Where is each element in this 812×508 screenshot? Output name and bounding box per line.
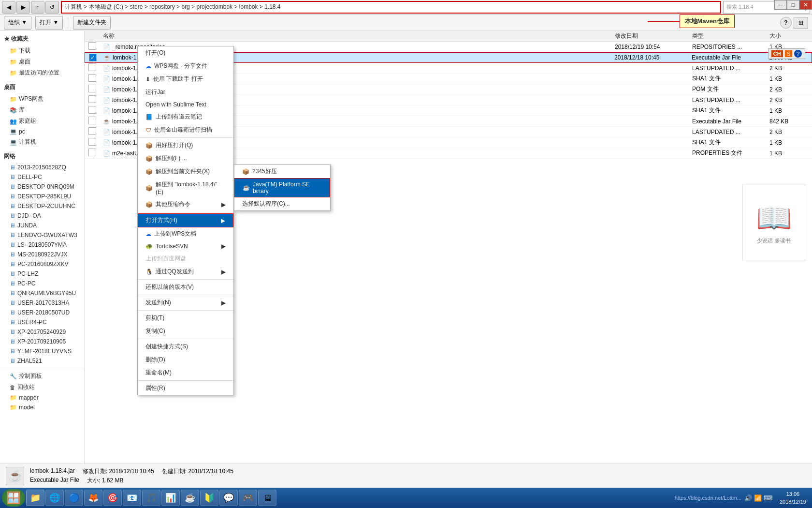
forward-button[interactable]: ▶ <box>16 1 30 14</box>
sidebar-item-net20[interactable]: 🖥YLMF-2018EUYVNS <box>0 346 84 356</box>
ctx-wps-share[interactable]: ☁WPS网盘 - 分享文件 <box>138 60 233 73</box>
sidebar-item-net11[interactable]: 🖥PC-20160809ZXKV <box>0 259 84 269</box>
sidebar-item-library[interactable]: 📚 库 <box>0 105 84 116</box>
ctx-youdao[interactable]: 📘上传到有道云笔记 <box>138 110 233 123</box>
ctx-good-zip-open[interactable]: 📦用好压打开(Q) <box>138 139 233 152</box>
sidebar-item-recent[interactable]: 📁 最近访问的位置 <box>0 67 84 78</box>
sidebar-item-net18[interactable]: 🖥XP-201705240929 <box>0 327 84 337</box>
row-checkbox[interactable] <box>88 149 96 156</box>
taskbar-item-chrome[interactable]: 🌐 <box>45 490 64 506</box>
ctx-restore[interactable]: 还原以前的版本(V) <box>138 281 233 294</box>
sidebar-network-header[interactable]: 网络 <box>0 150 84 163</box>
organize-button[interactable]: 组织 ▼ <box>4 16 31 30</box>
sidebar-item-net6[interactable]: 🖥DJD--OA <box>0 211 84 221</box>
sidebar-item-recycle[interactable]: 🗑回收站 <box>0 382 84 393</box>
row-checkbox[interactable] <box>88 74 96 82</box>
taskbar-item-monitor[interactable]: 🖥 <box>258 490 276 506</box>
sidebar-item-net12[interactable]: 🖥PC-LHZ <box>0 269 84 279</box>
ctx-cut[interactable]: 剪切(T) <box>138 312 233 325</box>
sidebar-item-control[interactable]: 🔧控制面板 <box>0 371 84 382</box>
ctx-download-open[interactable]: ⬇使用 下载助手 打开 <box>138 73 233 86</box>
ctx-qq-send[interactable]: 🐧通过QQ发送到▶ <box>138 265 233 278</box>
taskbar-item-app6[interactable]: 🔰 <box>200 490 218 506</box>
sidebar-item-net2[interactable]: 🖥DELL-PC <box>0 172 84 182</box>
taskbar-item-explorer[interactable]: 📁 <box>26 490 44 506</box>
sidebar-item-net16[interactable]: 🖥USER-20180507UD <box>0 308 84 317</box>
sidebar-item-net21[interactable]: 🖥ZHAL521 <box>0 356 84 366</box>
help-button[interactable]: ? <box>780 17 792 29</box>
minimize-button[interactable]: ─ <box>774 0 787 10</box>
ctx-send-to[interactable]: 发送到(N)▶ <box>138 296 233 309</box>
sidebar-item-net17[interactable]: 🖥USER4-PC <box>0 317 84 327</box>
ctx-tortoise[interactable]: 🐢TortoiseSVN▶ <box>138 240 233 252</box>
ctx-run-jar[interactable]: 运行Jar <box>138 86 233 99</box>
address-path[interactable]: 计算机 > 本地磁盘 (C:) > store > repository > o… <box>61 1 721 14</box>
row-checkbox[interactable] <box>88 95 96 103</box>
clock[interactable]: 13:06 2018/12/19 <box>776 490 810 506</box>
row-checkbox[interactable] <box>88 106 96 114</box>
col-name-header[interactable]: 名称 <box>103 32 615 40</box>
taskbar-item-app2[interactable]: 📧 <box>123 490 141 506</box>
ctx-wps-upload[interactable]: ☁上传到WPS文档 <box>138 227 233 240</box>
taskbar-item-app5[interactable]: ☕ <box>181 490 199 506</box>
close-button[interactable]: ✕ <box>799 0 812 10</box>
sidebar-item-pc[interactable]: 💻 pc <box>0 127 84 136</box>
sidebar-item-mapper[interactable]: 📁mapper <box>0 393 84 403</box>
sidebar-item-net14[interactable]: 🖥QNRAUMLV6BGY95U <box>0 288 84 298</box>
start-button[interactable]: 🪟 <box>2 489 25 507</box>
submenu-item-java[interactable]: ☕ Java(TM) Platform SE binary <box>234 178 330 197</box>
ctx-extract-here[interactable]: 📦解压到当前文件夹(X) <box>138 165 233 178</box>
taskbar-item-app3[interactable]: 🎵 <box>142 490 160 506</box>
refresh-button[interactable]: ↺ <box>45 1 59 14</box>
sidebar-item-net15[interactable]: 🖥USER-20170313HA <box>0 298 84 308</box>
ctx-open-with[interactable]: 打开方式(H) ▶ <box>138 213 233 227</box>
taskbar-item-app1[interactable]: 🎯 <box>103 490 122 506</box>
row-checkbox[interactable] <box>88 127 96 135</box>
submenu-item-2345[interactable]: 📦 2345好压 <box>234 165 330 178</box>
maximize-button[interactable]: □ <box>787 0 799 10</box>
up-button[interactable]: ↑ <box>31 1 44 14</box>
sidebar-item-desktop[interactable]: 📁 桌面 <box>0 56 84 67</box>
ctx-create-shortcut[interactable]: 创建快捷方式(S) <box>138 340 233 353</box>
ctx-delete[interactable]: 删除(D) <box>138 353 233 366</box>
views-button[interactable]: ⊞ <box>794 17 808 29</box>
sidebar-item-net7[interactable]: 🖥JUNDA <box>0 221 84 230</box>
ctx-other-zip[interactable]: 📦其他压缩命令▶ <box>138 198 233 211</box>
sidebar-item-net13[interactable]: 🖥PC-PC <box>0 279 84 288</box>
sidebar-item-download[interactable]: 📁 下载 <box>0 45 84 56</box>
row-checkbox[interactable] <box>88 42 96 50</box>
back-button[interactable]: ◀ <box>2 1 15 14</box>
taskbar-item-wechat[interactable]: 💬 <box>219 490 238 506</box>
sidebar-item-net1[interactable]: 🖥2013-20150528ZQ <box>0 163 84 172</box>
row-checkbox[interactable] <box>88 117 96 124</box>
row-checkbox[interactable] <box>88 85 96 92</box>
taskbar-item-browser2[interactable]: 🦊 <box>84 490 102 506</box>
submenu-item-choose[interactable]: 选择默认程序(C)... <box>234 197 330 210</box>
new-folder-button[interactable]: 新建文件夹 <box>73 16 111 30</box>
ctx-extract-named[interactable]: 📦解压到 "lombok-1.18.4\" (E) <box>138 178 233 198</box>
sidebar-item-model[interactable]: 📁model <box>0 403 84 412</box>
sidebar-item-net5[interactable]: 🖥DESKTOP-2CUUHNC <box>0 201 84 211</box>
ctx-sublime[interactable]: Open with Sublime Text <box>138 99 233 110</box>
sidebar-item-wps[interactable]: 📁 WPS网盘 <box>0 93 84 105</box>
ctx-copy[interactable]: 复制(C) <box>138 325 233 338</box>
taskbar-item-game[interactable]: 🎮 <box>239 490 257 506</box>
sidebar-item-net4[interactable]: 🖥DESKTOP-285KL9U <box>0 192 84 201</box>
row-checkbox[interactable]: ✓ <box>89 54 97 61</box>
row-checkbox[interactable] <box>88 63 96 71</box>
row-checkbox[interactable] <box>88 138 96 146</box>
col-type-header[interactable]: 类型 <box>692 32 769 40</box>
ctx-antivirus[interactable]: 🛡使用金山毒霸进行扫描 <box>138 123 233 136</box>
taskbar-item-app4[interactable]: 📊 <box>161 490 180 506</box>
sidebar-item-net19[interactable]: 🖥XP-201709210905 <box>0 337 84 346</box>
sidebar-favorites-header[interactable]: ★ 收藏夹 <box>0 33 84 45</box>
col-size-header[interactable]: 大小 <box>769 32 808 40</box>
sidebar-item-net10[interactable]: 🖥MS-20180922JVJX <box>0 250 84 259</box>
sidebar-desktop-header[interactable]: 桌面 <box>0 81 84 93</box>
sidebar-item-net3[interactable]: 🖥DESKTOP-0NRQ09M <box>0 182 84 192</box>
sidebar-item-net8[interactable]: 🖥LENOVO-GWUXATW3 <box>0 230 84 240</box>
ctx-properties[interactable]: 属性(R) <box>138 382 233 395</box>
sidebar-item-net9[interactable]: 🖥LS--20180507YMA <box>0 240 84 250</box>
ctx-baidu[interactable]: 上传到百度网盘 <box>138 252 233 265</box>
sidebar-item-homegroup[interactable]: 👥 家庭组 <box>0 116 84 127</box>
